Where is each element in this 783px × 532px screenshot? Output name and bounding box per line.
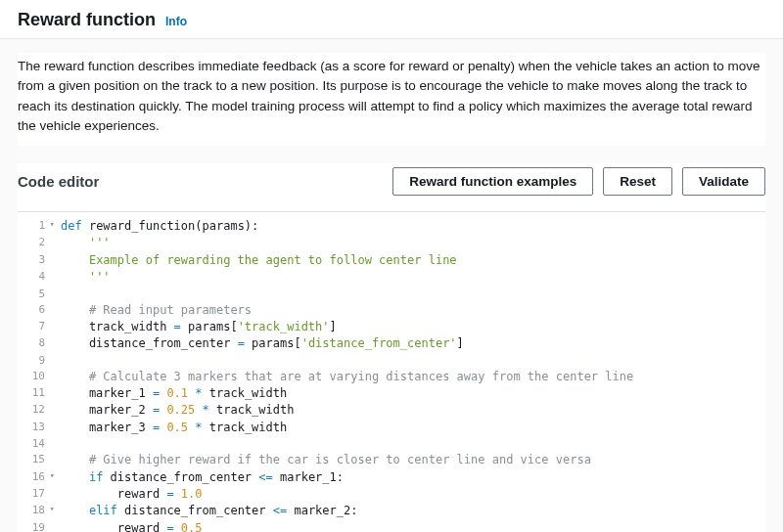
- code-line[interactable]: 13 marker_3 = 0.5 * track_width: [18, 420, 765, 436]
- gutter-line-number: 6: [18, 302, 49, 318]
- gutter-line-number: 9: [18, 353, 49, 369]
- gutter-line-number: 16▾: [18, 469, 49, 485]
- gutter-line-number: 4: [18, 269, 49, 285]
- code-line[interactable]: 7 track_width = params['track_width']: [18, 319, 765, 335]
- gutter-line-number: 15: [18, 452, 49, 467]
- toolbar-label: Code editor: [18, 173, 99, 190]
- gutter-line-number: 12: [18, 402, 49, 418]
- section-header: Reward function Info: [0, 0, 783, 39]
- code-content[interactable]: if distance_from_center <= marker_1:: [49, 469, 765, 486]
- code-line[interactable]: 8 distance_from_center = params['distanc…: [18, 335, 765, 352]
- code-content[interactable]: # Give higher reward if the car is close…: [49, 452, 765, 468]
- code-content[interactable]: def reward_function(params):: [49, 218, 765, 235]
- code-content[interactable]: reward = 0.5: [49, 520, 765, 532]
- code-content[interactable]: marker_3 = 0.5 * track_width: [49, 420, 765, 436]
- code-line[interactable]: 12 marker_2 = 0.25 * track_width: [18, 402, 765, 419]
- editor-toolbar: Code editor Reward function examples Res…: [18, 163, 765, 211]
- validate-button[interactable]: Validate: [682, 167, 765, 196]
- code-line[interactable]: 10 # Calculate 3 markers that are at var…: [18, 369, 765, 385]
- code-content[interactable]: marker_1 = 0.1 * track_width: [49, 385, 765, 402]
- info-link[interactable]: Info: [165, 15, 187, 28]
- description-text: The reward function describes immediate …: [18, 53, 765, 146]
- code-line[interactable]: 2 ''': [18, 235, 765, 251]
- gutter-line-number: 14: [18, 436, 49, 452]
- gutter-line-number: 10: [18, 369, 49, 384]
- divider: [18, 211, 765, 212]
- body: The reward function describes immediate …: [0, 39, 783, 532]
- gutter-line-number: 8: [18, 335, 49, 351]
- code-content[interactable]: track_width = params['track_width']: [49, 319, 765, 335]
- code-line[interactable]: 14: [18, 436, 765, 452]
- code-content[interactable]: ''': [49, 235, 765, 251]
- code-line[interactable]: 16▾ if distance_from_center <= marker_1:: [18, 469, 765, 486]
- code-line[interactable]: 9: [18, 353, 765, 369]
- code-content[interactable]: Example of rewarding the agent to follow…: [49, 252, 765, 269]
- code-line[interactable]: 3 Example of rewarding the agent to foll…: [18, 252, 765, 269]
- code-content[interactable]: reward = 1.0: [49, 486, 765, 503]
- gutter-line-number: 7: [18, 319, 49, 334]
- gutter-line-number: 17: [18, 486, 49, 502]
- fold-chevron-icon[interactable]: ▾: [50, 218, 55, 231]
- reset-button[interactable]: Reset: [603, 167, 672, 196]
- code-content[interactable]: marker_2 = 0.25 * track_width: [49, 402, 765, 419]
- gutter-line-number: 5: [18, 287, 49, 302]
- code-line[interactable]: 19 reward = 0.5: [18, 520, 765, 532]
- fold-chevron-icon[interactable]: ▾: [50, 469, 55, 482]
- code-content[interactable]: distance_from_center = params['distance_…: [49, 335, 765, 352]
- editor-card: Code editor Reward function examples Res…: [18, 163, 765, 532]
- gutter-line-number: 1▾: [18, 218, 49, 234]
- code-line[interactable]: 5: [18, 287, 765, 302]
- code-content[interactable]: ''': [49, 269, 765, 286]
- code-line[interactable]: 1▾def reward_function(params):: [18, 218, 765, 235]
- gutter-line-number: 19: [18, 520, 49, 532]
- code-line[interactable]: 6 # Read input parameters: [18, 302, 765, 319]
- code-content[interactable]: # Calculate 3 markers that are at varyin…: [49, 369, 765, 385]
- gutter-line-number: 13: [18, 420, 49, 435]
- gutter-line-number: 2: [18, 235, 49, 250]
- code-line[interactable]: 4 ''': [18, 269, 765, 286]
- code-content[interactable]: elif distance_from_center <= marker_2:: [49, 503, 765, 519]
- examples-button[interactable]: Reward function examples: [392, 167, 593, 196]
- code-line[interactable]: 17 reward = 1.0: [18, 486, 765, 503]
- gutter-line-number: 18▾: [18, 503, 49, 518]
- fold-chevron-icon[interactable]: ▾: [50, 503, 55, 515]
- gutter-line-number: 3: [18, 252, 49, 268]
- code-line[interactable]: 11 marker_1 = 0.1 * track_width: [18, 385, 765, 402]
- page-title: Reward function: [18, 10, 156, 30]
- gutter-line-number: 11: [18, 385, 49, 401]
- code-line[interactable]: 18▾ elif distance_from_center <= marker_…: [18, 503, 765, 519]
- code-editor[interactable]: 1▾def reward_function(params):2 '''3 Exa…: [18, 218, 765, 532]
- code-content[interactable]: # Read input parameters: [49, 302, 765, 319]
- code-line[interactable]: 15 # Give higher reward if the car is cl…: [18, 452, 765, 468]
